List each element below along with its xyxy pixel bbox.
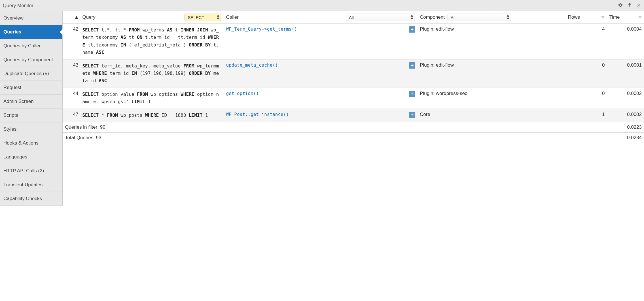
sidebar-item[interactable]: Request bbox=[0, 81, 62, 95]
row-number: 42 bbox=[63, 24, 80, 60]
component-filter-value: All bbox=[451, 15, 456, 20]
row-time: 0.0002 bbox=[607, 109, 644, 122]
sidebar-item[interactable]: Queries by Component bbox=[0, 53, 62, 67]
row-rowcount: 0 bbox=[565, 88, 607, 109]
sidebar-item[interactable]: Transient Updates bbox=[0, 178, 62, 192]
sidebar-item[interactable]: Hooks & Actions bbox=[0, 136, 62, 150]
row-caller: update_meta_cache()+ bbox=[224, 59, 418, 88]
row-component: Core bbox=[418, 109, 565, 122]
time-header-label: Time bbox=[609, 14, 620, 20]
titlebar: Query Monitor bbox=[0, 0, 644, 11]
sidebar-item[interactable]: Languages bbox=[0, 150, 62, 164]
sidebar-item[interactable]: Scripts bbox=[0, 109, 62, 122]
row-caller: get_option()+ bbox=[224, 88, 418, 109]
query-header-label: Query bbox=[82, 14, 95, 20]
column-header-time[interactable]: Time bbox=[607, 11, 644, 24]
caller-link[interactable]: WP_Term_Query->get_terms() bbox=[226, 26, 407, 32]
row-component: Plugin: edit-flow bbox=[418, 59, 565, 88]
sort-caret-icon bbox=[601, 16, 605, 19]
expand-button[interactable]: + bbox=[409, 26, 415, 33]
expand-button[interactable]: + bbox=[409, 91, 415, 97]
panel-title: Query Monitor bbox=[3, 3, 614, 9]
row-query: SELECT * FROM wp_posts WHERE ID = 1880 L… bbox=[80, 109, 224, 122]
column-header-query[interactable]: Query SELECT bbox=[80, 11, 224, 24]
row-number: 43 bbox=[63, 59, 80, 88]
caller-link[interactable]: WP_Post::get_instance() bbox=[226, 112, 407, 117]
footer-total-time: 0.0234 bbox=[607, 132, 644, 143]
row-time: 0.0004 bbox=[607, 24, 644, 60]
table-row: 42SELECT t.*, tt.* FROM wp_terms AS t IN… bbox=[63, 24, 644, 60]
caller-link[interactable]: get_option() bbox=[226, 91, 407, 96]
sort-ascending-icon bbox=[75, 16, 78, 19]
sidebar-item[interactable]: Capability Checks bbox=[0, 192, 62, 206]
expand-button[interactable]: + bbox=[409, 62, 415, 69]
table-row: 43SELECT term_id, meta_key, meta_value F… bbox=[63, 59, 644, 88]
caller-header-label: Caller bbox=[226, 14, 238, 20]
query-type-filter-value: SELECT bbox=[188, 15, 204, 20]
gear-icon[interactable] bbox=[618, 3, 623, 9]
sidebar-item[interactable]: Queries by Caller bbox=[0, 39, 62, 53]
row-component: Plugin: edit-flow bbox=[418, 24, 565, 60]
caller-link[interactable]: update_meta_cache() bbox=[226, 62, 407, 68]
row-rowcount: 1 bbox=[565, 109, 607, 122]
caller-filter[interactable]: All bbox=[346, 14, 415, 21]
column-header-component[interactable]: Component All bbox=[418, 11, 565, 24]
sidebar-item[interactable]: Duplicate Queries (5) bbox=[0, 67, 62, 81]
column-header-caller[interactable]: Caller All bbox=[224, 11, 418, 24]
row-number: 47 bbox=[63, 109, 80, 122]
table-row: 47SELECT * FROM wp_posts WHERE ID = 1880… bbox=[63, 109, 644, 122]
row-query: SELECT t.*, tt.* FROM wp_terms AS t INNE… bbox=[80, 24, 224, 60]
row-number: 44 bbox=[63, 88, 80, 109]
titlebar-actions bbox=[614, 0, 641, 11]
query-type-filter[interactable]: SELECT bbox=[185, 14, 221, 21]
row-rowcount: 4 bbox=[565, 24, 607, 60]
sidebar-item[interactable]: Styles bbox=[0, 122, 62, 136]
row-caller: WP_Term_Query->get_terms()+ bbox=[224, 24, 418, 60]
sidebar-item[interactable]: Queries bbox=[0, 25, 62, 39]
close-icon[interactable] bbox=[636, 3, 641, 9]
footer-filter-time: 0.0223 bbox=[607, 122, 644, 132]
sidebar-item[interactable]: Admin Screen bbox=[0, 95, 62, 109]
row-rowcount: 0 bbox=[565, 59, 607, 88]
row-query: SELECT option_value FROM wp_options WHER… bbox=[80, 88, 224, 109]
queries-table: Query SELECT Caller bbox=[63, 11, 644, 143]
row-query: SELECT term_id, meta_key, meta_value FRO… bbox=[80, 59, 224, 88]
component-header-label: Component bbox=[420, 14, 445, 20]
row-caller: WP_Post::get_instance()+ bbox=[224, 109, 418, 122]
expand-button[interactable]: + bbox=[409, 112, 415, 118]
sort-caret-icon bbox=[638, 16, 642, 19]
column-header-index[interactable] bbox=[63, 11, 80, 24]
rows-header-label: Rows bbox=[568, 14, 580, 20]
component-filter[interactable]: All bbox=[448, 14, 511, 21]
footer-total-label: Total Queries: 93 bbox=[63, 132, 607, 143]
footer-filter-label: Queries in filter: 90 bbox=[63, 122, 607, 132]
row-component: Plugin: wordpress-seo bbox=[418, 88, 565, 109]
column-header-rows[interactable]: Rows bbox=[565, 11, 607, 24]
sidebar-item[interactable]: HTTP API Calls (2) bbox=[0, 164, 62, 178]
sidebar-item[interactable]: Overview bbox=[0, 11, 62, 25]
pin-icon[interactable] bbox=[627, 3, 632, 9]
row-time: 0.0002 bbox=[607, 88, 644, 109]
caller-filter-value: All bbox=[349, 15, 354, 20]
table-row: 44SELECT option_value FROM wp_options WH… bbox=[63, 88, 644, 109]
row-time: 0.0001 bbox=[607, 59, 644, 88]
sidebar-nav: OverviewQueriesQueries by CallerQueries … bbox=[0, 11, 63, 206]
